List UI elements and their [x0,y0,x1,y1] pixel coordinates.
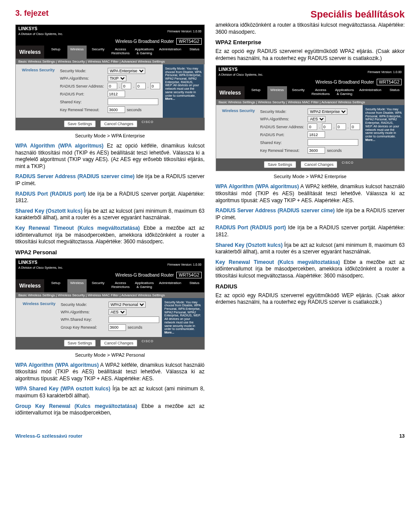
help-more-link[interactable]: More... [365,138,375,141]
key-renewal-label: Key Renewal Timeout: [60,108,106,112]
save-button[interactable]: Save Settings [64,340,96,347]
fw-version: Firmware Version: 1.0.00 [168,263,202,266]
tab-access[interactable]: Access Restrictions [109,46,131,59]
cisco-logo: CISCO [142,120,156,127]
security-mode-select[interactable]: WPA2 Enterprise [308,109,347,115]
security-mode-select[interactable]: WPA Enterprise [108,68,145,74]
wpa-shared-key-input[interactable] [108,316,159,323]
key-renewal-label: Key Renewal Timeout: [260,148,306,153]
heading-wpa2-enterprise: WPA2 Enterprise [216,39,405,46]
term-wpa-shared-key: WPA Shared Key (WPA osztott kulcs) [15,386,110,392]
tab-status[interactable]: Status [185,46,204,59]
tab-wireless[interactable]: Wireless [67,279,87,292]
radius-port-input[interactable] [308,131,325,138]
tab-wireless[interactable]: Wireless [267,86,287,99]
help-text: Security Mode: You may choose from Disab… [164,301,201,331]
tab-access[interactable]: Access Restrictions [109,279,131,292]
tab-admin[interactable]: Administration [157,46,183,59]
tab-wireless[interactable]: Wireless [67,46,87,59]
cancel-button[interactable]: Cancel Changes [301,161,338,168]
nav-section: Wireless [216,86,245,99]
product-name: Wireless-G Broadband Router [115,39,174,44]
brand-logo: LINKSYS [18,260,37,265]
seconds-label: seconds [327,148,342,153]
tab-security[interactable]: Security [88,46,108,59]
tab-setup[interactable]: Setup [46,279,65,292]
key-renewal-input[interactable] [308,147,325,154]
help-text: Security Mode: You may choose from Disab… [365,108,402,138]
radius-addr-label: RADIUS Server Address: [260,125,306,129]
caption-wpa2-enterprise: Security Mode > WPA2 Enterprise [216,174,405,179]
security-mode-select[interactable]: WPA2 Personal [108,302,146,308]
brand-logo: LINKSYS [219,67,238,72]
fw-version: Firmware Version: 1.0.00 [368,70,402,74]
radius-port-input[interactable] [108,91,125,97]
tab-admin[interactable]: Administration [157,279,183,292]
screenshot-wpa2-personal: LINKSYS A Division of Cisco Systems, Inc… [15,258,205,350]
screenshot-wpa-enterprise: LINKSYS A Division of Cisco Systems, Inc… [15,25,205,130]
seconds-label: seconds [128,325,143,330]
subtabs[interactable]: Basic Wireless Settings | Wireless Secur… [216,99,405,105]
tab-admin[interactable]: Administration [357,86,383,99]
tab-setup[interactable]: Setup [246,86,266,99]
radius-port-label: RADIUS Port: [60,92,106,96]
wpa-algo-label: WPA Algorithms: [260,117,306,121]
help-text: Security Mode: You may choose from Disab… [165,67,202,97]
shared-key-input[interactable] [108,98,158,105]
ip-octet-4[interactable] [350,123,360,130]
ip-octet-1[interactable] [108,83,117,89]
group-renewal-label: Group Key Renewal: [61,325,107,330]
radius-addr-label: RADIUS Server Address: [60,84,106,88]
cisco-logo: CISCO [142,340,156,347]
security-mode-label: Security Mode: [60,69,106,73]
shared-key-input[interactable] [308,139,358,146]
term-radius-addr: RADIUS Server Address (RADIUS szerver cí… [216,207,335,214]
wpa-algo-select[interactable]: AES [308,116,326,122]
subtabs[interactable]: Basic Wireless Settings | Wireless Secur… [16,292,204,298]
tab-apps[interactable]: Applications & Gaming [133,279,155,292]
cancel-button[interactable]: Cancel Changes [100,340,137,347]
ip-octet-1[interactable] [308,123,317,130]
help-more-link[interactable]: More... [165,97,175,100]
nav-section: Wireless [16,46,44,59]
tab-security[interactable]: Security [289,86,308,99]
tab-apps[interactable]: Applications & Gaming [133,46,155,59]
ip-octet-4[interactable] [150,83,160,89]
tab-status[interactable]: Status [385,86,404,99]
brand-logo: LINKSYS [18,26,37,31]
save-button[interactable]: Save Settings [64,120,96,127]
screenshot-wpa2-enterprise: LINKSYS A Division of Cisco Systems, Inc… [216,65,405,171]
shared-key-label: Shared Key: [260,140,306,145]
fw-version: Firmware Version: 1.0.00 [168,30,202,33]
save-button[interactable]: Save Settings [264,161,296,168]
brand-subtitle: A Division of Cisco Systems, Inc. [18,266,63,269]
body-text: amekkora időközönként a router a titkosí… [216,22,405,35]
tab-access[interactable]: Access Restrictions [310,86,332,99]
tab-setup[interactable]: Setup [46,46,65,59]
footer-product: Wireless-G szélessávú router [15,433,82,439]
tab-status[interactable]: Status [185,279,204,292]
heading-wpa2-personal: WPA2 Personal [15,249,205,256]
wpa-algo-select[interactable]: AES [108,309,126,315]
body-text: Ez az opció egy RADIUS szerverrel együtt… [216,292,405,306]
heading-radius: RADIUS [216,283,405,290]
tab-security[interactable]: Security [88,279,108,292]
group-renewal-input[interactable] [108,324,126,331]
subtabs[interactable]: Basic Wireless Settings | Wireless Secur… [16,59,204,64]
term-radius-port: RADIUS Port (RADIUS port) [15,191,86,197]
ip-octet-3[interactable] [136,83,146,89]
help-more-link[interactable]: More... [164,331,175,334]
term-key-renewal: Key Renewal Timeout (Kulcs megváltoztatá… [15,225,140,231]
panel-label: Wireless Security [216,105,258,158]
nav-section: Wireless [16,279,44,292]
tab-apps[interactable]: Applications & Gaming [333,86,356,99]
ip-octet-3[interactable] [336,123,346,130]
ip-octet-2[interactable] [122,83,131,89]
wpa-algo-select[interactable]: TKIP [108,75,126,81]
footer-page: 13 [399,433,405,439]
cancel-button[interactable]: Cancel Changes [100,120,137,127]
panel-label: Wireless Security [16,298,58,337]
key-renewal-input[interactable] [108,106,125,113]
seconds-label: seconds [127,108,142,112]
ip-octet-2[interactable] [322,123,332,130]
